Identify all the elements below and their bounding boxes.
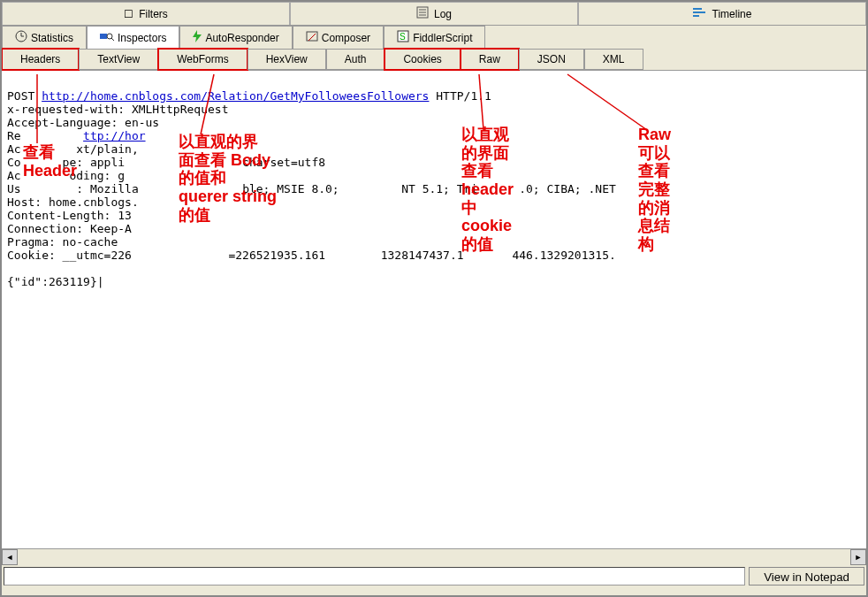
log-tab-label: Log — [434, 8, 452, 20]
textview-subtab-label: TextView — [97, 53, 140, 65]
scroll-left-button[interactable]: ◄ — [2, 549, 18, 565]
svg-rect-5 — [693, 11, 705, 13]
svg-marker-13 — [193, 30, 202, 42]
raw-subtab[interactable]: Raw — [461, 49, 519, 70]
header-contentlength: Content-Length: 13 — [7, 209, 132, 222]
composer-tab-label: Composer — [322, 32, 370, 44]
view-in-notepad-button[interactable]: View in Notepad — [749, 567, 864, 586]
inspectors-tab-label: Inspectors — [118, 32, 166, 44]
header-pragma: Pragma: no-cache — [7, 235, 118, 249]
svg-line-12 — [111, 38, 114, 41]
svg-text:S: S — [400, 32, 406, 42]
headers-subtab[interactable]: Headers — [2, 49, 79, 70]
scroll-right-button[interactable]: ► — [850, 549, 866, 565]
header-referer-link[interactable]: ttp://hor — [83, 129, 145, 142]
statistics-tab[interactable]: Statistics — [2, 26, 87, 49]
timeline-icon — [693, 7, 707, 20]
quickexec-input[interactable] — [4, 567, 745, 586]
horizontal-scrollbar[interactable]: ◄ ► — [2, 548, 866, 564]
header-contenttype-a: Co pe: appli — [7, 156, 125, 169]
header-xrequested: x-requested-with: XMLHttpRequest — [7, 103, 228, 116]
auth-subtab-label: Auth — [345, 53, 367, 65]
header-cookie-d: 446.1329201315. — [512, 249, 615, 262]
timeline-tab-label: Timeline — [712, 8, 752, 20]
header-referer-a: Re — [7, 129, 21, 142]
checkbox-icon: ☐ — [124, 8, 133, 20]
raw-content-pane[interactable]: POST http://home.cnblogs.com/Relation/Ge… — [2, 71, 866, 548]
hexview-subtab-label: HexView — [266, 53, 308, 65]
svg-rect-6 — [693, 15, 699, 17]
http-method: POST — [7, 89, 34, 103]
webforms-subtab-label: WebForms — [177, 53, 228, 65]
composer-tab[interactable]: Composer — [293, 26, 384, 49]
log-icon — [416, 6, 429, 21]
header-accept-lang: Accept-Language: en-us — [7, 116, 159, 129]
timeline-tab[interactable]: Timeline — [578, 2, 866, 25]
fiddlerscript-tab-label: FiddlerScript — [413, 32, 472, 44]
auth-subtab[interactable]: Auth — [326, 49, 385, 70]
top-tab-bar: ☐ Filters Log Timeline — [2, 2, 866, 26]
header-connection: Connection: Keep-A — [7, 222, 132, 235]
inspectors-tab[interactable]: Inspectors — [87, 26, 179, 49]
header-contenttype-b: charset=utf8 — [228, 156, 325, 169]
autoresponder-tab[interactable]: AutoResponder — [179, 26, 292, 49]
main-tab-bar: Statistics Inspectors AutoResponder Comp… — [2, 26, 866, 49]
raw-subtab-label: Raw — [479, 53, 500, 65]
header-accept: Ac xt/plain, — [7, 142, 139, 156]
header-cookie-b: =226521935.161 — [228, 249, 325, 262]
header-ua-c: NT 5.1; Tri — [401, 182, 477, 195]
scroll-track[interactable] — [18, 549, 850, 565]
view-in-notepad-label: View in Notepad — [764, 570, 849, 584]
http-version: HTTP/1.1 — [436, 89, 491, 103]
json-subtab[interactable]: JSON — [519, 49, 584, 70]
svg-rect-4 — [693, 8, 702, 10]
header-encoding: Ac oding: g — [7, 169, 125, 182]
header-host: Host: home.cnblogs. — [7, 195, 139, 209]
header-cookie-c: 1328147437.1 — [381, 249, 464, 262]
svg-line-15 — [308, 34, 316, 41]
headers-subtab-label: Headers — [20, 53, 60, 65]
composer-icon — [306, 30, 318, 45]
script-icon: S — [397, 30, 409, 45]
filters-tab[interactable]: ☐ Filters — [2, 2, 290, 25]
request-url[interactable]: http://home.cnblogs.com/Relation/GetMyFo… — [42, 89, 429, 103]
autoresponder-tab-label: AutoResponder — [205, 32, 278, 44]
filters-tab-label: Filters — [139, 8, 168, 20]
webforms-subtab[interactable]: WebForms — [158, 49, 247, 70]
header-ua-b: ble; MSIE 8.0; — [242, 182, 339, 195]
request-body: {"id":263119} — [7, 275, 97, 288]
svg-rect-14 — [307, 32, 317, 41]
header-cookie-a: Cookie: __utmc=226 — [7, 249, 132, 262]
log-tab[interactable]: Log — [290, 2, 578, 25]
cookies-subtab[interactable]: Cookies — [385, 49, 460, 70]
header-ua-d: .0; CIBA; .NET — [519, 182, 616, 195]
sub-tab-bar: Headers TextView WebForms HexView Auth C… — [2, 49, 866, 71]
xml-subtab-label: XML — [603, 53, 625, 65]
statistics-tab-label: Statistics — [31, 32, 73, 44]
svg-rect-10 — [100, 34, 107, 39]
bottom-bar: View in Notepad — [2, 564, 866, 587]
header-ua-a: Us : Mozilla — [7, 182, 139, 195]
cookies-subtab-label: Cookies — [403, 53, 441, 65]
fiddlerscript-tab[interactable]: S FiddlerScript — [384, 26, 485, 49]
json-subtab-label: JSON — [537, 53, 566, 65]
inspectors-icon — [100, 30, 114, 45]
hexview-subtab[interactable]: HexView — [247, 49, 326, 70]
xml-subtab[interactable]: XML — [584, 49, 643, 70]
clock-icon — [15, 30, 27, 45]
textview-subtab[interactable]: TextView — [79, 49, 158, 70]
bolt-icon — [193, 30, 202, 45]
